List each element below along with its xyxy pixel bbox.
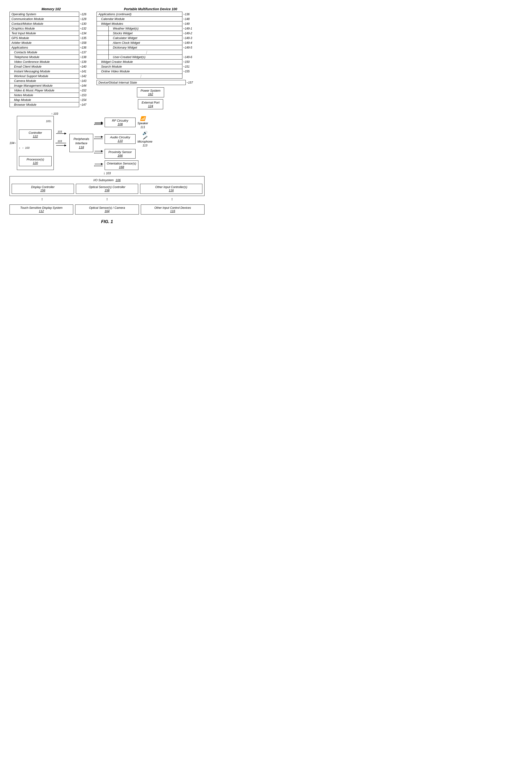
io-subsystem-label: I/O Subsystem 106 bbox=[12, 178, 202, 182]
power-system-ref: 162 bbox=[141, 92, 161, 96]
table-row: Weather Widget(s) ~149-1 bbox=[97, 26, 205, 31]
rf-label: RF Circuitry bbox=[107, 119, 133, 122]
ref-128: ~128 bbox=[79, 17, 93, 21]
memory-item-gps: GPS Module bbox=[10, 36, 79, 40]
io-subsystem-ref: 106 bbox=[116, 178, 121, 182]
apps-calculator-widget: Calculator Widget bbox=[108, 36, 182, 40]
svg-text:103: 103 bbox=[58, 140, 62, 142]
table-row: Notes Module ~153 bbox=[10, 93, 93, 98]
sys-main-row: 104~ 103↓ Controller 122 ↕ ← 103 Process… bbox=[10, 116, 205, 170]
orientation-sensor-box: Orientation Sensor(s) 168 bbox=[105, 160, 138, 170]
portable-device-title: Portable Multifunction Device 100 bbox=[97, 7, 205, 11]
optical-sensor-camera-box: Optical Sensor(s) / Camera 164 bbox=[75, 205, 139, 215]
ref-149-4: ~149-4 bbox=[182, 40, 205, 45]
table-row: Device/Global Internal State ~157 bbox=[97, 80, 205, 85]
rf-circuitry-box: RF Circuitry 108 bbox=[105, 118, 136, 127]
table-row: Alarm Clock Widget ~149-4 bbox=[97, 40, 205, 45]
memory-item-im: Instant Messaging Module bbox=[10, 69, 79, 74]
apps-dictionary-widget: Dictionary Widget bbox=[108, 45, 182, 50]
ref-150: ~150 bbox=[182, 59, 205, 64]
apps-user-created-widget: User-Created Widget(s) bbox=[108, 55, 182, 59]
external-port-label: External Port bbox=[142, 101, 159, 104]
proximity-label: Proximity Sensor bbox=[107, 150, 133, 154]
proximity-row: Proximity Sensor 166 bbox=[105, 149, 205, 158]
right-peripherals-col: RF Circuitry 108 📶 Speaker 111 Audio Cir… bbox=[105, 116, 205, 170]
page-container: Memory 102 Operating System ~126 Communi… bbox=[10, 7, 205, 224]
right-arrows-svg bbox=[94, 117, 104, 169]
memory-item-apps: Applications bbox=[10, 45, 79, 50]
display-ctrl-label: Display Controller bbox=[13, 185, 72, 189]
ref-136-apps: ~136 bbox=[182, 12, 205, 17]
memory-item-browser: Browser Module bbox=[10, 102, 79, 107]
peripherals-col: PeripheralsInterface 118 bbox=[69, 116, 93, 170]
memory-section: Memory 102 Operating System ~126 Communi… bbox=[10, 7, 93, 107]
memory-item-telephone: Telephone Module bbox=[10, 55, 79, 59]
table-row: Email Client Module ~140 bbox=[10, 64, 93, 69]
ref-154: ~154 bbox=[79, 98, 93, 102]
display-controller-box: Display Controller 156 bbox=[12, 184, 74, 194]
table-row: Widget Creator Module ~150 bbox=[97, 59, 205, 64]
left-arrow-connector: 103 103 bbox=[54, 116, 69, 170]
other-dev-ref: 116 bbox=[142, 210, 203, 213]
controller-label: Controller bbox=[21, 131, 49, 134]
display-ctrl-ref: 156 bbox=[13, 189, 72, 192]
ref-137: ~137 bbox=[79, 50, 93, 55]
power-system-box: Power System 162 bbox=[137, 87, 164, 97]
portable-device-section: Portable Multifunction Device 100 Applic… bbox=[97, 7, 205, 109]
ref-134: ~134 bbox=[79, 31, 93, 36]
apps-calendar: Calendar Module bbox=[97, 17, 182, 21]
system-diagram-section: ↑ 103 104~ 103↓ Controller 122 ↕ bbox=[10, 112, 205, 215]
top-arrow-row: ↑ 103 bbox=[10, 112, 205, 115]
ref-155: ~155 bbox=[182, 69, 205, 74]
table-row: Contact/Motion Module ~130 bbox=[10, 21, 93, 26]
bottom-boxes-row: Touch-Sensitive Display System 112 Optic… bbox=[10, 205, 205, 215]
ref-149-2: ~149-2 bbox=[182, 31, 205, 36]
touch-display-box: Touch-Sensitive Display System 112 bbox=[10, 205, 73, 215]
table-row: Camera Module ~143 bbox=[10, 78, 93, 83]
table-row: Instant Messaging Module ~141 bbox=[10, 69, 93, 74]
arrow-ref-103-top-left: ↑ 103 bbox=[51, 112, 58, 115]
optical-cam-ref: 164 bbox=[77, 210, 137, 213]
apps-dots-1: ⋮ bbox=[108, 50, 182, 55]
table-row: Calendar Module ~148 bbox=[97, 17, 205, 21]
orientation-ref: 168 bbox=[107, 165, 136, 169]
memory-item-map: Map Module bbox=[10, 98, 79, 102]
other-input-controllers-box: Other Input Controller(s) 116 bbox=[140, 184, 202, 194]
memory-item-comm: Communication Module bbox=[10, 17, 79, 21]
ref-144: ~144 bbox=[79, 83, 93, 88]
speaker-group: 📶 Speaker 111 bbox=[137, 116, 148, 129]
other-ctrl-ref: 116 bbox=[142, 189, 201, 192]
down-arrow-103: ↓ 103 bbox=[10, 171, 205, 175]
apps-alarm-widget: Alarm Clock Widget bbox=[108, 40, 182, 45]
memory-item-camera: Camera Module bbox=[10, 78, 79, 83]
apps-search: Search Module bbox=[97, 64, 182, 69]
table-row: Browser Module ~147 bbox=[10, 102, 93, 107]
antenna-icon: 📶 bbox=[140, 116, 145, 121]
speaker-icon: 🔊 bbox=[142, 131, 147, 135]
proximity-sensor-box: Proximity Sensor 166 bbox=[105, 149, 136, 158]
ref-142: ~142 bbox=[79, 74, 93, 78]
processor-label: Processor(s) bbox=[21, 157, 49, 161]
memory-item-os: Operating System bbox=[10, 12, 79, 17]
apps-dots-2: ⋮ bbox=[97, 74, 182, 78]
audio-label: Audio Circuitry bbox=[107, 135, 133, 139]
ref-132: ~132 bbox=[79, 26, 93, 31]
touch-display-ref: 112 bbox=[11, 210, 72, 213]
apps-weather-widget: Weather Widget(s) bbox=[108, 26, 182, 31]
ref-103-arrows: ↕ ← 103 bbox=[19, 146, 52, 149]
memory-item-workout: Workout Support Module bbox=[10, 74, 79, 78]
ref-149-6: ~149-6 bbox=[182, 55, 205, 59]
table-row: Communication Module ~128 bbox=[10, 17, 93, 21]
table-row: Image Management Module ~144 bbox=[10, 83, 93, 88]
left-arrows-svg: 103 103 bbox=[56, 124, 68, 162]
ctrl-proc-outer-box: 103↓ Controller 122 ↕ ← 103 Processor(s)… bbox=[17, 116, 54, 170]
memory-item-contacts: Contacts Module bbox=[10, 50, 79, 55]
table-row: Search Module ~151 bbox=[97, 64, 205, 69]
table-row: GPS Module ~135 bbox=[10, 36, 93, 40]
mic-group: 🔊 🎤 Microphone 113 bbox=[137, 131, 152, 147]
memory-item-email: Email Client Module bbox=[10, 64, 79, 69]
power-ext-section: Power System 162 External Port 124 bbox=[97, 87, 205, 109]
table-row: Graphics Module ~132 bbox=[10, 26, 93, 31]
svg-text:103: 103 bbox=[58, 130, 62, 133]
table-row: Online Video Module ~155 bbox=[97, 69, 205, 74]
